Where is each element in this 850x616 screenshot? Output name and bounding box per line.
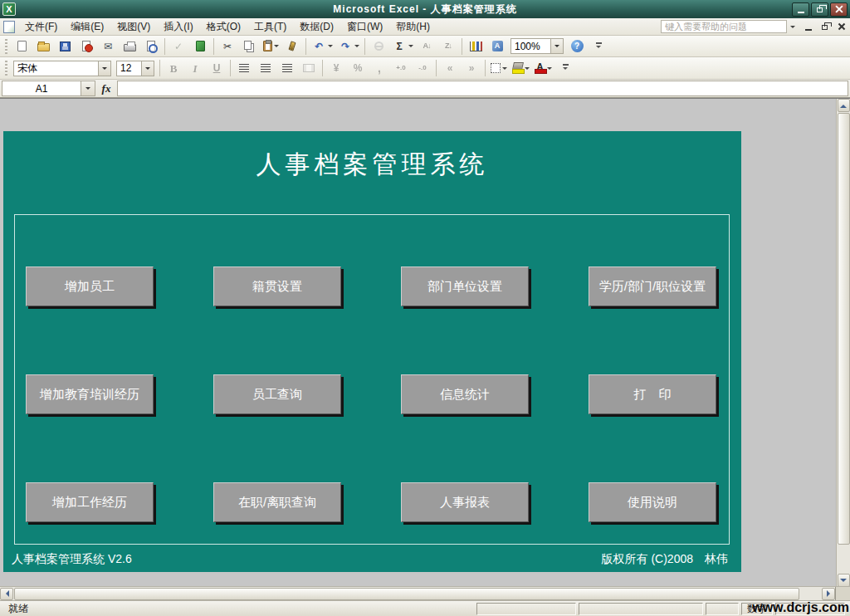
restore-button[interactable] [811,2,828,17]
font-size-combo[interactable]: 12 [116,61,154,76]
name-box-dropdown-icon[interactable] [81,81,95,96]
paste-button[interactable] [261,37,281,56]
copy-button[interactable] [239,37,259,56]
drawing-button[interactable]: A [487,37,507,56]
font-color-button[interactable]: A [533,59,554,77]
form-button-education-department-position-settings[interactable]: 学历/部门/职位设置 [589,266,716,306]
bold-button[interactable]: B [164,59,183,77]
scroll-up-button[interactable] [838,99,850,112]
scroll-down-button[interactable] [838,574,850,586]
help-button[interactable]: ? [567,37,587,56]
menu-data[interactable]: 数据(D) [293,18,340,36]
autosum-button[interactable]: Σ [390,37,415,56]
permission-button[interactable] [76,37,96,56]
form-button-department-unit-settings[interactable]: 部门单位设置 [401,266,529,306]
toolbar-options-button[interactable] [589,37,608,56]
font-name-combo-dropdown-icon[interactable] [98,61,110,76]
zoom-combo[interactable]: 100% [510,38,564,54]
sort-ascending-button[interactable]: A↓ [417,37,437,56]
workbook-restore-button[interactable] [818,21,832,33]
borders-button[interactable] [489,59,509,77]
currency-style-button[interactable]: ¥ [326,59,346,77]
font-color-dropdown-icon[interactable] [547,65,552,72]
name-box[interactable]: A1 [2,81,81,96]
open-button[interactable] [33,37,53,56]
redo-dropdown-icon[interactable] [354,42,359,50]
menu-tools[interactable]: 工具(T) [247,18,293,36]
workbook-close-button[interactable] [834,21,848,33]
horizontal-scroll-thumb[interactable] [14,588,799,600]
toolbar-options-button[interactable] [555,59,575,77]
cut-button[interactable]: ✂ [217,37,237,56]
menu-edit[interactable]: 编辑(E) [64,18,110,36]
autosum-dropdown-icon[interactable] [408,42,413,50]
workbook-minimize-button[interactable] [801,21,815,33]
insert-function-button[interactable]: fx [95,81,117,96]
form-button-employee-query[interactable]: 员工查询 [213,374,341,414]
form-button-add-employee[interactable]: 增加员工 [26,266,154,306]
form-button-hr-reports[interactable]: 人事报表 [401,482,529,522]
fill-color-button[interactable] [510,59,531,77]
sort-descending-button[interactable]: Z↓ [438,37,458,56]
zoom-combo-dropdown-icon[interactable] [550,39,563,53]
merge-and-center-button[interactable] [299,59,319,77]
align-left-button[interactable] [234,59,254,77]
formatting-toolbar-grip[interactable] [5,61,7,76]
print-button[interactable] [120,37,139,56]
format-painter-button[interactable] [282,37,302,56]
email-button[interactable]: ✉ [98,37,118,56]
help-question-input[interactable] [661,20,787,33]
research-button[interactable] [190,37,210,56]
chart-wizard-button[interactable] [466,37,486,56]
align-right-button[interactable] [277,59,297,77]
italic-button[interactable]: I [185,59,205,77]
excel-app-icon[interactable]: X [2,2,16,16]
workbook-icon[interactable] [3,21,15,33]
comma-style-button[interactable]: , [369,59,389,77]
menu-file[interactable]: 文件(F) [18,18,64,36]
redo-button[interactable]: ↷ [336,37,361,56]
decrease-decimal-button[interactable]: -.0 [413,59,432,77]
menu-view[interactable]: 视图(V) [110,18,157,36]
vertical-scroll-thumb[interactable] [838,113,850,545]
vertical-scrollbar[interactable] [836,99,850,586]
save-button[interactable] [55,37,75,56]
menu-help[interactable]: 帮助(H) [389,18,437,36]
form-button-user-guide[interactable]: 使用说明 [589,482,716,522]
align-left-icon [239,64,249,72]
increase-indent-button[interactable]: » [462,59,481,77]
align-center-button[interactable] [256,59,276,77]
minimize-button[interactable] [792,2,809,17]
undo-dropdown-icon[interactable] [328,42,333,50]
increase-decimal-button[interactable]: +.0 [391,59,411,77]
percent-style-button[interactable]: % [348,59,368,77]
decrease-indent-button[interactable]: « [440,59,460,77]
help-dropdown-icon[interactable] [787,20,799,33]
form-button-add-work-experience[interactable]: 增加工作经历 [26,482,154,522]
print-preview-button[interactable] [141,37,161,56]
underline-button[interactable]: U [207,59,227,77]
paste-dropdown-icon[interactable] [274,42,279,50]
undo-button[interactable]: ↶ [310,37,335,56]
horizontal-scrollbar[interactable] [0,586,850,600]
form-button-print[interactable]: 打 印 [589,374,716,414]
form-button-active-resigned-query[interactable]: 在职/离职查询 [213,482,341,522]
menu-format[interactable]: 格式(O) [200,18,247,36]
spelling-button[interactable]: ✓ [169,37,188,56]
formula-input[interactable] [117,81,848,96]
form-button-info-statistics[interactable]: 信息统计 [401,374,529,414]
menu-insert[interactable]: 插入(I) [157,18,199,36]
scroll-left-button[interactable] [0,588,13,600]
font-size-combo-dropdown-icon[interactable] [141,61,154,76]
form-button-add-education-training[interactable]: 增加教育培训经历 [26,374,154,414]
new-document-button[interactable] [12,37,32,56]
form-button-birthplace-settings[interactable]: 籍贯设置 [213,266,341,306]
close-button[interactable] [830,2,848,17]
hyperlink-button[interactable] [369,37,388,56]
font-name-combo[interactable]: 宋体 [13,61,111,76]
fill-color-dropdown-icon[interactable] [525,65,530,72]
borders-dropdown-icon[interactable] [502,65,507,72]
menu-window[interactable]: 窗口(W) [340,18,389,36]
scroll-right-button[interactable] [822,588,835,600]
standard-toolbar-grip[interactable] [5,39,7,54]
